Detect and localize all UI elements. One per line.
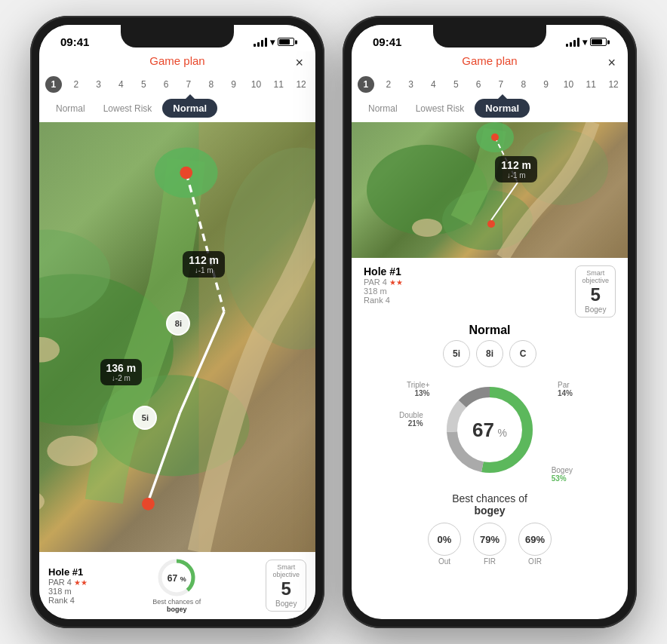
left-strategy-tabs: Normal Lowest Risk Normal	[39, 96, 315, 122]
left-status-icons: ▾	[254, 37, 294, 48]
right-battery-fill	[592, 39, 602, 44]
right-strategy-lowest-risk[interactable]: Lowest Risk	[408, 100, 472, 117]
right-phone: 09:41 ▾ Game plan ×	[343, 16, 637, 628]
right-hole-tab-10[interactable]: 10	[560, 76, 576, 93]
left-app-title: Game plan	[149, 54, 204, 67]
left-hole-tab-5[interactable]: 5	[135, 76, 152, 93]
right-hole-distance: 318 m	[364, 287, 403, 296]
left-hole-tab-9[interactable]: 9	[226, 76, 242, 93]
right-hole-par: PAR 4 ★★	[364, 278, 403, 287]
svg-point-6	[47, 436, 97, 466]
left-hole-tab-3[interactable]: 3	[91, 76, 107, 93]
right-bar2	[570, 42, 572, 47]
left-circle-bogey: bogey	[167, 606, 187, 613]
left-dist-card-1: 112 m ↓-1 m	[183, 251, 225, 278]
right-donut-center: 67 %	[472, 419, 507, 442]
right-hole-info-detail: Hole #1 PAR 4 ★★ 318 m Rank 4 Smartobjec…	[364, 265, 616, 317]
left-strategy-normal-active[interactable]: Normal	[162, 99, 217, 118]
right-strategy-tabs: Normal Lowest Risk Normal	[352, 96, 628, 122]
right-app-title: Game plan	[462, 54, 517, 67]
right-hole-tab-12[interactable]: 12	[605, 76, 622, 93]
right-strategy-normal[interactable]: Normal	[361, 100, 405, 117]
svg-point-12	[180, 167, 192, 179]
right-hole-left: Hole #1 PAR 4 ★★ 318 m Rank 4	[364, 265, 403, 305]
left-strategy-lowest-risk[interactable]: Lowest Risk	[96, 100, 160, 117]
right-time: 09:41	[373, 35, 401, 48]
svg-point-13	[142, 498, 155, 511]
right-hole-tab-2[interactable]: 2	[380, 76, 397, 93]
right-phone-screen: 09:41 ▾ Game plan ×	[352, 25, 628, 619]
left-hole-tab-7[interactable]: 7	[180, 76, 197, 93]
left-pct: 67	[168, 573, 177, 584]
right-smart-label: Smartobjective	[582, 269, 609, 284]
right-hole-tab-4[interactable]: 4	[426, 76, 442, 93]
left-smart-label: Smartobjective	[272, 563, 300, 578]
right-donut-area: Triple+13% Par14% Double21% Bogey53%	[392, 373, 588, 486]
phones-container: 09:41 ▾ Game plan ×	[30, 16, 637, 628]
bar4	[265, 38, 267, 47]
right-club-sequence: 5i 8i C	[364, 340, 616, 367]
left-hole-details: Hole #1 PAR 4 ★★ 318 m Rank 4	[48, 566, 88, 605]
right-strategy-normal-active[interactable]: Normal	[475, 99, 530, 118]
right-battery-icon	[590, 38, 607, 46]
right-double-label: Double21%	[399, 411, 423, 428]
right-map: 112 m ↓-1 m	[352, 122, 628, 258]
right-oir-value: 69%	[525, 534, 545, 545]
bar2	[257, 42, 260, 47]
right-hole-tab-6[interactable]: 6	[470, 76, 487, 93]
left-hole-tab-8[interactable]: 8	[203, 76, 220, 93]
left-hole-tab-6[interactable]: 6	[158, 76, 174, 93]
right-stat-circle-fir: 79%	[473, 523, 506, 556]
right-hole-tab-1[interactable]: 1	[358, 76, 374, 93]
svg-point-24	[491, 133, 499, 141]
right-close-button[interactable]: ×	[607, 54, 616, 70]
right-hole-tab-3[interactable]: 3	[403, 76, 420, 93]
right-fir-value: 79%	[480, 534, 499, 545]
left-hole-tab-4[interactable]: 4	[113, 76, 130, 93]
right-smart-number: 5	[582, 284, 609, 305]
right-bar1	[566, 44, 568, 47]
left-battery-fill	[279, 39, 290, 44]
right-hole-tabs: 1 2 3 4 5 6 7 8 9 10 11 12	[352, 73, 628, 96]
left-dist-main-1: 112 m	[189, 254, 219, 266]
left-hole-tab-2[interactable]: 2	[68, 76, 85, 93]
right-donut-pct: 67	[472, 419, 494, 441]
left-wifi-icon: ▾	[270, 37, 275, 48]
left-hole-tab-1[interactable]: 1	[45, 76, 62, 93]
left-signal	[254, 38, 267, 47]
right-terrain-svg	[352, 122, 628, 258]
right-hole-tab-9[interactable]: 9	[538, 76, 555, 93]
svg-point-25	[487, 220, 495, 228]
right-hole-tab-8[interactable]: 8	[515, 76, 532, 93]
right-app-header: Game plan ×	[352, 51, 628, 73]
left-circle-text: 67 %	[168, 572, 186, 584]
left-dist-main-2: 136 m	[106, 362, 137, 374]
left-close-button[interactable]: ×	[295, 54, 303, 70]
left-hole-distance: 318 m	[48, 587, 88, 596]
left-terrain-svg	[39, 122, 315, 552]
right-hole-rank: Rank 4	[364, 296, 403, 305]
left-map-bg: 112 m ↓-1 m 136 m ↓-2 m 8i 5i	[39, 122, 315, 552]
left-pct-sym: %	[180, 575, 186, 583]
left-hole-tab-11[interactable]: 11	[270, 76, 287, 93]
right-hole-tab-5[interactable]: 5	[447, 76, 464, 93]
left-hole-tab-10[interactable]: 10	[247, 76, 264, 93]
right-hole-tab-11[interactable]: 11	[582, 76, 599, 93]
right-hole-tab-7[interactable]: 7	[493, 76, 509, 93]
left-stars: ★★	[74, 578, 88, 587]
left-smart-sub: Bogey	[272, 600, 300, 608]
left-strategy-normal[interactable]: Normal	[48, 100, 93, 117]
left-hole-tab-12[interactable]: 12	[293, 76, 309, 93]
right-stat-circle-oir: 69%	[518, 523, 552, 556]
left-chance-circle: 67 % Best chances ofbogey	[152, 558, 201, 613]
right-donut-sym: %	[497, 427, 506, 439]
right-signal	[566, 38, 579, 47]
left-hole-tabs: 1 2 3 4 5 6 7 8 9 10 11 12	[39, 73, 315, 96]
left-club-8i: 8i	[166, 311, 190, 336]
right-donut-wrapper: Triple+13% Par14% Double21% Bogey53%	[364, 373, 616, 486]
svg-point-21	[412, 219, 442, 237]
notch-right	[433, 25, 546, 48]
right-fir-label: FIR	[484, 557, 496, 566]
left-dist-card-2: 136 m ↓-2 m	[100, 359, 143, 385]
left-hole-par: PAR 4 ★★	[48, 578, 88, 587]
